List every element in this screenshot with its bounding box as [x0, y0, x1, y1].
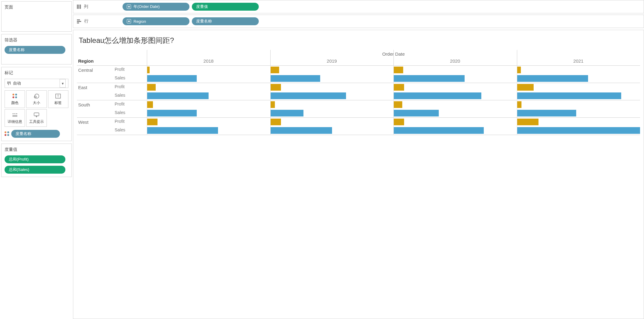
- tooltip-icon: [34, 112, 39, 118]
- marks-size-label: 大小: [33, 100, 40, 106]
- year-header: 2019: [270, 57, 394, 66]
- bar[interactable]: [147, 75, 197, 82]
- marks-card: 标记 自动 ▾ 颜色 大小 T 标签: [1, 67, 72, 141]
- bar[interactable]: [147, 92, 209, 99]
- marks-detail-button[interactable]: 详细信息: [5, 109, 25, 127]
- marks-grid: 颜色 大小 T 标签 详细信息 工具提示: [5, 90, 68, 127]
- marks-size-button[interactable]: 大小: [26, 90, 47, 108]
- shelf-pill[interactable]: 度量值: [192, 3, 259, 11]
- bar-cell: [393, 109, 517, 118]
- shelf-pill[interactable]: 度量名称: [192, 17, 259, 25]
- bar-cell: [147, 74, 270, 83]
- viz-title: Tableau怎么增加条形图间距?: [79, 36, 640, 45]
- measure-cell: Profit: [113, 100, 147, 109]
- bar[interactable]: [271, 75, 320, 82]
- rows-icon: [77, 19, 81, 23]
- bar[interactable]: [517, 101, 521, 108]
- pill-label: 总和(Profit): [9, 157, 29, 162]
- pill-label: 总和(Sales): [9, 167, 29, 172]
- pill-label: 年(Order Date): [133, 4, 160, 9]
- bar[interactable]: [271, 119, 281, 125]
- pill-label: 度量名称: [9, 47, 25, 53]
- marks-color-pill[interactable]: 度量名称: [11, 130, 60, 138]
- pages-card[interactable]: 页面: [1, 1, 72, 32]
- bar[interactable]: [147, 119, 158, 125]
- bar-cell: [147, 92, 270, 100]
- bar[interactable]: [394, 75, 465, 82]
- bar[interactable]: [147, 110, 197, 116]
- measure-values-card[interactable]: 度量值 总和(Profit) 总和(Sales): [1, 144, 72, 177]
- bar[interactable]: [271, 110, 304, 116]
- bar-cell: [517, 92, 640, 100]
- bar-cell: [517, 126, 640, 135]
- bar[interactable]: [394, 67, 403, 73]
- measure-cell: Sales: [113, 126, 147, 135]
- bar[interactable]: [271, 101, 275, 108]
- bar-cell: [517, 66, 640, 74]
- pill-label: 度量名称: [16, 131, 31, 137]
- bar-cell: [270, 118, 394, 126]
- bar-cell: [393, 126, 517, 135]
- marks-label-button[interactable]: T 标签: [48, 90, 68, 108]
- bar-cell: [393, 83, 517, 92]
- sidebar: 页面 筛选器 度量名称 标记 自动 ▾ 颜色 大小: [0, 0, 73, 319]
- year-header: 2021: [517, 57, 640, 66]
- measure-value-pill-sales[interactable]: 总和(Sales): [5, 166, 65, 174]
- bar[interactable]: [517, 110, 576, 116]
- label-icon: T: [55, 93, 61, 99]
- measure-cell: Profit: [113, 118, 147, 126]
- pill-label: 度量值: [196, 4, 208, 9]
- region-cell: East: [77, 83, 113, 100]
- bar[interactable]: [517, 75, 588, 82]
- bar[interactable]: [147, 67, 150, 73]
- bar[interactable]: [517, 92, 621, 99]
- columns-pills: 年(Order Date)度量值: [123, 3, 259, 11]
- marks-tooltip-button[interactable]: 工具提示: [26, 109, 47, 127]
- svg-rect-9: [34, 113, 39, 116]
- bar[interactable]: [147, 84, 156, 91]
- bar[interactable]: [394, 84, 404, 91]
- rows-shelf[interactable]: 行 Region度量名称: [73, 15, 644, 28]
- bar[interactable]: [517, 67, 521, 73]
- bar-cell: [147, 83, 270, 92]
- measure-value-pill-profit[interactable]: 总和(Profit): [5, 155, 65, 163]
- bar[interactable]: [394, 127, 484, 134]
- bar-cell: [147, 126, 270, 135]
- bar[interactable]: [271, 127, 332, 134]
- marks-label-label: 标签: [54, 100, 62, 106]
- pill-label: Region: [133, 19, 146, 24]
- columns-shelf[interactable]: 列 年(Order Date)度量值: [73, 0, 644, 13]
- bar[interactable]: [394, 110, 439, 116]
- shelf-pill[interactable]: Region: [123, 17, 189, 25]
- bar[interactable]: [517, 127, 640, 134]
- columns-icon: [77, 5, 81, 9]
- marks-color-button[interactable]: 颜色: [5, 90, 25, 108]
- columns-shelf-label-box: 列: [77, 4, 119, 9]
- filters-title: 筛选器: [5, 37, 68, 43]
- bar[interactable]: [394, 92, 481, 99]
- bar-cell: [393, 66, 517, 74]
- bar[interactable]: [147, 127, 218, 134]
- marks-title: 标记: [5, 70, 68, 76]
- bar[interactable]: [517, 119, 538, 125]
- bar[interactable]: [271, 84, 281, 91]
- filter-pill-measure-names[interactable]: 度量名称: [5, 46, 65, 54]
- color-icon: [12, 94, 17, 99]
- bar-cell: [147, 66, 270, 74]
- bar[interactable]: [147, 101, 153, 108]
- bar[interactable]: [394, 101, 402, 108]
- rows-shelf-label-box: 行: [77, 19, 119, 24]
- bar[interactable]: [517, 84, 534, 91]
- bar[interactable]: [271, 67, 279, 73]
- tableau-app: 页面 筛选器 度量名称 标记 自动 ▾ 颜色 大小: [0, 0, 644, 319]
- filters-card[interactable]: 筛选器 度量名称: [1, 34, 72, 64]
- bar-cell: [147, 109, 270, 118]
- bar[interactable]: [394, 119, 404, 125]
- chart-grid: Region2018201920202021CentralProfitSales…: [77, 57, 640, 135]
- marks-color-pill-row: 度量名称: [5, 130, 68, 138]
- marks-type-select[interactable]: 自动 ▾: [5, 79, 68, 88]
- svg-point-4: [12, 113, 13, 114]
- rows-shelf-label: 行: [84, 19, 88, 24]
- bar[interactable]: [271, 92, 346, 99]
- shelf-pill[interactable]: 年(Order Date): [123, 3, 189, 11]
